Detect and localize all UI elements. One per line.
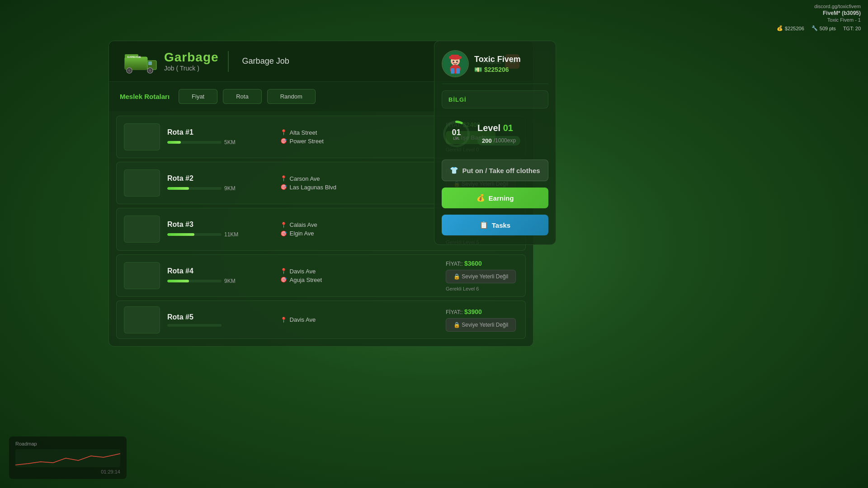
location-pin-icon-5: 📍 — [280, 317, 287, 323]
location-target-icon-2: 🎯 — [280, 184, 287, 190]
hud-chart — [15, 449, 120, 467]
route-start-2: 📍 Carson Ave — [280, 175, 439, 182]
route-km-3: 11KM — [224, 231, 238, 238]
route-name-4: Rota #4 — [167, 267, 273, 275]
route-end-3: 🎯 Elgin Ave — [280, 230, 439, 237]
route-locations-5: 📍 Davis Ave — [280, 316, 439, 323]
route-start-5: 📍 Davis Ave — [280, 316, 439, 323]
route-info-1: Rota #1 5KM — [167, 128, 273, 145]
balance-amount: $225206 — [484, 66, 509, 73]
svg-point-5 — [128, 69, 131, 72]
route-locations-4: 📍 Davis Ave 🎯 Aguja Street — [280, 268, 439, 283]
svg-rect-21 — [456, 68, 460, 74]
profile-section: Toxic Fivem 💵 $225206 — [442, 50, 548, 84]
discord-link: discord.gg/toxicfivem — [814, 4, 861, 9]
location-target-icon-4: 🎯 — [280, 277, 287, 283]
route-start-3: 📍 Calais Ave — [280, 221, 439, 228]
wallet-icon: 💰 — [777, 25, 783, 31]
route-km-4: 9KM — [224, 278, 236, 284]
header-title-block: Garbage Job ( Truck ) — [164, 51, 229, 72]
truck-icon-wrapper: GARBAGE — [123, 46, 159, 77]
required-level-4: Gerekli Level 6 — [446, 286, 479, 291]
route-thumb-1 — [124, 123, 160, 150]
route-locations-3: 📍 Calais Ave 🎯 Elgin Ave — [280, 221, 439, 237]
time-stat: TGT: 20 — [843, 25, 861, 31]
route-name-1: Rota #1 — [167, 128, 273, 136]
earning-label: Earning — [489, 194, 514, 202]
route-card-4: Rota #4 9KM 📍 Davis Ave 🎯 Aguja Street — [116, 254, 526, 297]
info-box: BİLGİ — [442, 90, 548, 108]
svg-point-7 — [149, 69, 151, 72]
tab-fiyat[interactable]: Fiyat — [179, 89, 217, 104]
route-km-1: 5KM — [224, 139, 236, 145]
clothes-label: Put on / Take off clothes — [462, 167, 540, 174]
progress-fill-4 — [167, 280, 189, 282]
route-locations-1: 📍 Alta Street 🎯 Power Street — [280, 129, 439, 145]
svg-text:GARBAGE: GARBAGE — [127, 56, 141, 58]
progress-fill-1 — [167, 141, 181, 144]
profile-balance: 💵 $225206 — [474, 66, 521, 73]
truck-icon: GARBAGE — [124, 48, 158, 75]
progress-bar-2 — [167, 187, 222, 190]
progress-bar-4 — [167, 280, 222, 282]
route-info-4: Rota #4 9KM — [167, 267, 273, 284]
svg-point-19 — [457, 61, 459, 63]
level-circle: 01 LvL — [442, 119, 471, 149]
progress-fill-2 — [167, 187, 189, 190]
locked-button-5[interactable]: 🔒 Seviye Yeterli Değil — [446, 318, 516, 332]
location-target-icon-3: 🎯 — [280, 230, 287, 237]
route-end-4: 🎯 Aguja Street — [280, 277, 439, 283]
hud-title: Roadmap — [15, 441, 120, 446]
info-label: BİLGİ — [448, 96, 467, 103]
level-number: 01 LvL — [452, 128, 461, 140]
exp-current: 200 — [482, 137, 492, 144]
location-pin-icon-3: 📍 — [280, 222, 287, 228]
route-locations-2: 📍 Carson Ave 🎯 Las Lagunas Blvd — [280, 175, 439, 191]
exp-bar: 200 /1000exp — [477, 136, 520, 145]
title-sub: Job ( Truck ) — [164, 65, 219, 72]
profile-info: Toxic Fivem 💵 $225206 — [474, 55, 521, 73]
clothes-icon: 👕 — [450, 166, 458, 174]
level-title: Level 01 — [477, 123, 520, 133]
money-icon: 💵 — [474, 66, 482, 73]
route-name-5: Rota #5 — [167, 313, 273, 321]
clothes-button[interactable]: 👕 Put on / Take off clothes — [442, 160, 548, 181]
location-target-icon: 🎯 — [280, 138, 287, 144]
location-pin-icon-2: 📍 — [280, 175, 287, 182]
route-thumb-2 — [124, 169, 160, 197]
exp-max: /1000exp — [494, 137, 516, 144]
route-progress-5 — [167, 324, 273, 327]
earning-button[interactable]: 💰 Earning — [442, 188, 548, 208]
route-km-2: 9KM — [224, 185, 236, 192]
svg-point-18 — [451, 61, 454, 63]
earning-icon: 💰 — [476, 194, 485, 202]
level-info: Level 01 200 /1000exp — [477, 123, 520, 145]
route-thumb-3 — [124, 216, 160, 243]
route-progress-1: 5KM — [167, 139, 273, 145]
location-pin-icon: 📍 — [280, 129, 287, 136]
bottom-hud: Roadmap 01:29:14 — [9, 436, 127, 479]
hud-graph — [15, 449, 120, 467]
route-progress-2: 9KM — [167, 185, 273, 192]
right-panel: Toxic Fivem 💵 $225206 BİLGİ 01 LvL Level… — [434, 41, 556, 245]
location-pin-icon-4: 📍 — [280, 268, 287, 274]
route-card-5: Rota #5 📍 Davis Ave FİYAT:: $3900 🔒 Sevi… — [116, 300, 526, 339]
locked-button-4[interactable]: 🔒 Seviye Yeterli Değil — [446, 270, 516, 283]
tab-random[interactable]: Random — [267, 89, 316, 104]
hud-time: 01:29:14 — [15, 469, 120, 474]
price-label-5: FİYAT:: $3900 — [446, 308, 482, 315]
server-name: Toxic Fivem - 1 — [827, 17, 861, 23]
job-currency-stat: 🔧 509 pts — [811, 25, 836, 31]
route-progress-4: 9KM — [167, 278, 273, 284]
tasks-button[interactable]: 📋 Tasks — [442, 215, 548, 235]
route-price-section-5: FİYAT:: $3900 🔒 Seviye Yeterli Değil — [446, 308, 518, 332]
progress-bar-3 — [167, 233, 222, 236]
balance-stat: 💰 $225206 — [777, 25, 804, 31]
level-section: 01 LvL Level 01 200 /1000exp — [442, 115, 548, 153]
route-name-2: Rota #2 — [167, 174, 273, 183]
route-info-5: Rota #5 — [167, 313, 273, 327]
progress-fill-3 — [167, 233, 194, 236]
route-start-4: 📍 Davis Ave — [280, 268, 439, 275]
progress-bar-5 — [167, 324, 222, 327]
tab-rota[interactable]: Rota — [223, 89, 261, 104]
